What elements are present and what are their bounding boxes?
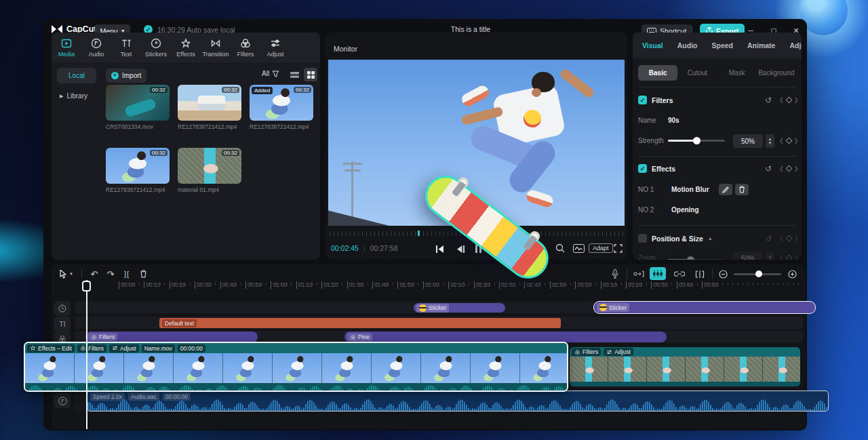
- adapt-dropdown[interactable]: Adapt: [589, 242, 613, 254]
- subtab-mask[interactable]: Mask: [717, 69, 757, 77]
- text-clip[interactable]: Default text: [159, 318, 561, 328]
- media-item-4[interactable]: 00:32: [106, 148, 170, 184]
- grid-view-toggle[interactable]: [304, 68, 317, 81]
- strength-slider[interactable]: [668, 140, 725, 142]
- text-track-icon[interactable]: TI: [54, 317, 71, 332]
- video-clip-selected[interactable]: Effects – Edit Filters Adjust Name.mov 0…: [24, 342, 568, 392]
- media-tabbar: Media Audio Text Stickers Effects Transi…: [52, 33, 320, 62]
- pencil-icon: [722, 186, 729, 193]
- tab-stickers[interactable]: Stickers: [141, 33, 171, 62]
- position-keyframe-control[interactable]: ❮❯: [779, 235, 798, 241]
- undo-button[interactable]: ↶: [87, 267, 102, 281]
- tab-text[interactable]: Text: [111, 33, 141, 62]
- playhead-line[interactable]: [86, 280, 87, 429]
- zoom-property-value[interactable]: 50%: [733, 252, 763, 260]
- media-item-5-name: material 01.mp4: [178, 186, 252, 193]
- filters-checkbox[interactable]: ✓: [638, 96, 647, 104]
- zoom-property-slider[interactable]: [668, 259, 725, 260]
- filters-icon: [91, 334, 97, 340]
- position-reset-icon[interactable]: ↺: [765, 234, 772, 243]
- timeline-zoom-slider[interactable]: [734, 273, 781, 275]
- media-item-1[interactable]: 00:32: [106, 85, 170, 121]
- sticker-clip-1[interactable]: Sticker: [414, 303, 505, 313]
- inspector-tabbar: Visual Audio Speed Animate Adjust: [633, 33, 802, 58]
- tab-filters[interactable]: Filters: [231, 33, 260, 62]
- tab-adjust[interactable]: Adjust: [260, 33, 290, 62]
- filters-reset-icon[interactable]: ↺: [765, 96, 772, 105]
- library-tab[interactable]: ▶ Library: [57, 89, 99, 103]
- tab-speed[interactable]: Speed: [712, 41, 734, 49]
- ramp-shadow: [328, 205, 389, 226]
- delete-button[interactable]: [136, 267, 151, 281]
- sticker-clip-2-selected[interactable]: Sticker: [593, 301, 816, 314]
- zoom-keyframe-control[interactable]: ❮❯: [779, 255, 798, 260]
- tab-effects[interactable]: Effects: [171, 33, 201, 62]
- subtab-basic[interactable]: Basic: [638, 65, 677, 81]
- strength-stepper[interactable]: ▲▼: [766, 134, 774, 148]
- link-button[interactable]: [671, 267, 688, 281]
- select-tool-button[interactable]: ▼: [57, 267, 76, 281]
- position-size-label: Position & Size: [652, 235, 703, 243]
- filters-keyframe-control[interactable]: ❮❯: [779, 97, 798, 103]
- total-time: 00:27:58: [370, 244, 398, 252]
- effects-checkbox[interactable]: ✓: [638, 164, 647, 173]
- import-button[interactable]: + Import: [106, 68, 146, 83]
- strength-keyframe-control[interactable]: ❮❯: [779, 138, 798, 144]
- effects-keyframe-control[interactable]: ❮❯: [779, 165, 798, 172]
- tab-audio-insp[interactable]: Audio: [677, 41, 698, 49]
- fullscreen-button[interactable]: [612, 242, 624, 254]
- effect-delete-button[interactable]: [735, 184, 749, 195]
- playhead-handle[interactable]: [82, 281, 91, 292]
- local-tab[interactable]: Local: [57, 68, 96, 83]
- zoom-property-stepper[interactable]: ▲▼: [766, 252, 774, 260]
- monitor-scrubber-marker: [418, 231, 420, 236]
- split-button[interactable]: ][: [119, 267, 134, 281]
- preview-quality-button[interactable]: [571, 242, 586, 254]
- zoom-in-button[interactable]: [785, 267, 799, 281]
- tab-adjust-insp[interactable]: Adjust: [789, 41, 802, 49]
- list-view-toggle[interactable]: [288, 68, 301, 81]
- sticker-track-icon[interactable]: [54, 301, 71, 316]
- previous-frame-button[interactable]: [453, 243, 468, 255]
- media-panel: Media Audio Text Stickers Effects Transi…: [52, 33, 320, 260]
- media-item-2[interactable]: 00:32: [178, 85, 241, 121]
- pine-clip[interactable]: Pine: [344, 332, 667, 342]
- overwrite-button[interactable]: [631, 267, 647, 281]
- media-item-1-name: CRST001334.mov: [106, 123, 180, 130]
- strength-value[interactable]: 50%: [733, 134, 763, 148]
- video-clip-2[interactable]: Filters Adjust: [570, 347, 800, 386]
- adjust-icon: [270, 38, 281, 49]
- effect-edit-button[interactable]: [719, 184, 732, 195]
- audio-track-icon[interactable]: [54, 393, 71, 408]
- inspector-panel: Visual Audio Speed Animate Adjust Basic …: [633, 33, 802, 260]
- record-voiceover-button[interactable]: [608, 267, 623, 281]
- tab-visual[interactable]: Visual: [642, 41, 663, 49]
- selected-clip-waveform: [25, 383, 567, 391]
- skip-to-start-button[interactable]: [433, 243, 448, 255]
- tab-transition[interactable]: Transition: [201, 33, 231, 62]
- filter-dropdown[interactable]: All: [262, 70, 279, 77]
- media-item-5[interactable]: 00:32: [178, 148, 241, 184]
- audio-clip[interactable]: Speed 2.0x Audio.aac 00:00:00: [87, 391, 829, 412]
- subtab-background[interactable]: Background: [757, 69, 796, 77]
- preview-axis-button[interactable]: [650, 267, 666, 280]
- effects-section-label: Effects: [652, 165, 675, 173]
- timeline-ruler[interactable]: 00:0000:1000:2000:3000:4000:5001:0001:10…: [87, 281, 803, 291]
- media-item-3[interactable]: Added 00:32: [250, 85, 313, 121]
- tab-audio[interactable]: Audio: [81, 33, 111, 62]
- skateboard-truck: [452, 181, 466, 197]
- split-clip-button[interactable]: [692, 267, 708, 281]
- tab-media[interactable]: Media: [52, 33, 81, 62]
- effects-reset-icon[interactable]: ↺: [765, 164, 772, 174]
- filters-clip[interactable]: Filters: [85, 332, 258, 342]
- subtab-cutout[interactable]: Cutout: [677, 69, 717, 77]
- lamp-arm: [343, 163, 362, 165]
- plus-icon: +: [111, 72, 119, 79]
- zoom-out-button[interactable]: [716, 267, 730, 281]
- stickers-icon: [151, 38, 161, 49]
- tab-animate[interactable]: Animate: [747, 41, 775, 49]
- collapse-icon[interactable]: ▲: [708, 236, 713, 241]
- position-size-checkbox[interactable]: ✓: [638, 234, 647, 243]
- redo-button[interactable]: ↷: [103, 267, 118, 281]
- zoom-tool-button[interactable]: [553, 242, 567, 254]
